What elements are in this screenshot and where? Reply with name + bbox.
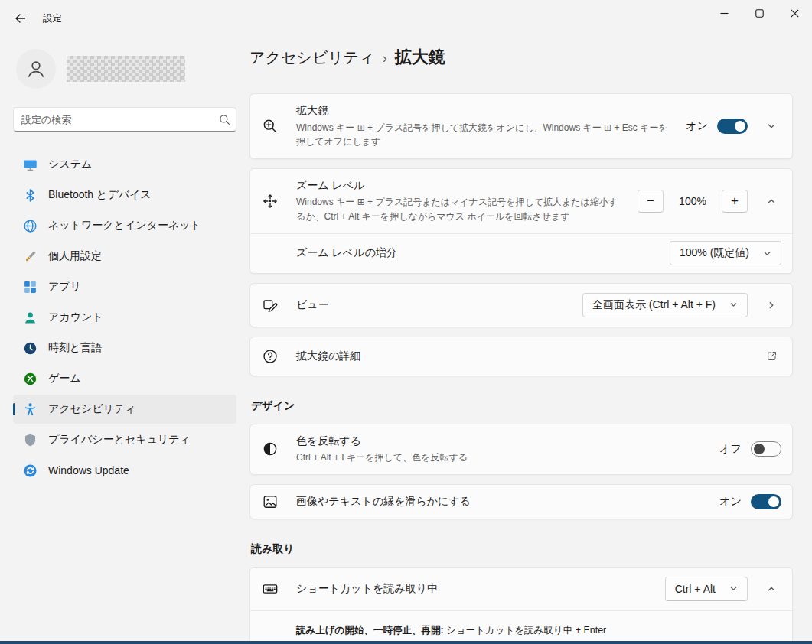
magnifier-icon	[263, 119, 296, 134]
settings-cards: 拡大鏡 Windows キー ⊞ + プラス記号を押して拡大鏡をオンにし、Win…	[249, 93, 793, 644]
sidebar-item-label: Bluetooth とデバイス	[48, 188, 152, 202]
magnifier-details-card: 拡大鏡の詳細	[249, 337, 793, 376]
zoom-increase-button[interactable]: +	[722, 190, 748, 213]
search-icon	[213, 114, 236, 125]
smooth-edges-toggle-label: オン	[719, 495, 742, 509]
minimize-button[interactable]	[706, 0, 742, 26]
invert-colors-row: 色を反転する Ctrl + Alt + I キーを押して、色を反転する オフ	[250, 424, 792, 474]
help-circle-icon	[263, 349, 296, 364]
magnifier-row[interactable]: 拡大鏡 Windows キー ⊞ + プラス記号を押して拡大鏡をオンにし、Win…	[250, 94, 792, 158]
sidebar-item-network[interactable]: ネットワークとインターネット	[13, 211, 236, 240]
zoom-level-row[interactable]: ズーム レベル Windows キー ⊞ + プラス記号またはマイナス記号を押し…	[250, 169, 792, 233]
network-icon	[22, 218, 38, 233]
invert-colors-description: Ctrl + Alt + I キーを押して、色を反転する	[296, 450, 707, 465]
magnifier-toggle-label: オン	[686, 119, 708, 133]
reading-detail-row: 読み上げの開始、一時停止、再開: ショートカットを読み取り中 + Enter	[250, 610, 792, 644]
smooth-edges-toggle[interactable]	[751, 494, 781, 509]
user-profile[interactable]	[16, 44, 236, 93]
zoom-increment-row: ズーム レベルの増分 100% (既定値)	[250, 233, 792, 273]
sidebar-item-accounts[interactable]: アカウント	[13, 303, 236, 332]
sidebar-item-label: プライバシーとセキュリティ	[48, 433, 191, 447]
back-button[interactable]	[6, 5, 34, 31]
breadcrumb-parent[interactable]: アクセシビリティ	[249, 47, 375, 68]
zoom-level-icon	[263, 194, 296, 209]
sidebar-item-windows-update[interactable]: Windows Update	[13, 456, 236, 485]
gaming-icon	[22, 371, 38, 386]
magnifier-description: Windows キー ⊞ + プラス記号を押して拡大鏡をオンにし、Windows…	[296, 121, 673, 149]
magnifier-expand-button[interactable]	[761, 116, 781, 136]
avatar	[16, 49, 56, 89]
toggle-knob	[754, 444, 765, 454]
bluetooth-icon	[22, 187, 38, 203]
sidebar-item-label: ゲーム	[48, 372, 81, 385]
sidebar-item-label: ネットワークとインターネット	[48, 219, 201, 233]
invert-colors-toggle-label: オフ	[719, 442, 742, 456]
sidebar-item-bluetooth[interactable]: Bluetooth とデバイス	[13, 181, 236, 210]
search-input[interactable]	[14, 114, 213, 125]
breadcrumb-separator: ›	[383, 50, 387, 67]
view-dropdown[interactable]: 全画面表示 (Ctrl + Alt + F)	[582, 293, 748, 317]
sidebar-item-system[interactable]: システム	[13, 150, 236, 179]
chevron-down-icon	[763, 249, 771, 258]
view-row[interactable]: ビュー 全画面表示 (Ctrl + Alt + F)	[250, 284, 792, 327]
chevron-up-icon	[767, 584, 776, 594]
windows-update-icon	[22, 463, 38, 478]
magnifier-details-title: 拡大鏡の詳細	[296, 349, 745, 364]
time-language-icon	[22, 340, 38, 356]
reading-shortcut-title: ショートカットを読み取り中	[296, 581, 653, 597]
taskbar-sliver	[0, 641, 812, 644]
chevron-down-icon	[767, 122, 776, 131]
minimize-icon	[720, 9, 729, 18]
maximize-icon	[755, 9, 764, 18]
sidebar-item-privacy[interactable]: プライバシーとセキュリティ	[13, 425, 236, 454]
invert-colors-toggle[interactable]	[751, 441, 781, 457]
system-icon	[22, 157, 38, 172]
sidebar: システム Bluetooth とデバイス ネットワークとインターネット	[0, 37, 249, 644]
sidebar-item-gaming[interactable]: ゲーム	[13, 364, 236, 393]
sidebar-item-label: アプリ	[48, 280, 81, 294]
sidebar-item-apps[interactable]: アプリ	[13, 272, 236, 301]
view-icon	[263, 298, 296, 313]
personalization-icon	[22, 249, 38, 264]
chevron-down-icon	[729, 584, 738, 593]
settings-window: 設定	[0, 0, 812, 644]
dropdown-value: 100% (既定値)	[680, 246, 749, 260]
chevron-down-icon	[729, 301, 738, 309]
magnifier-toggle[interactable]	[717, 119, 748, 134]
magnifier-details-row[interactable]: 拡大鏡の詳細	[250, 337, 792, 376]
zoom-increment-dropdown[interactable]: 100% (既定値)	[670, 241, 781, 265]
search-box[interactable]	[13, 107, 236, 132]
reading-shortcut-dropdown[interactable]: Ctrl + Alt	[665, 577, 748, 601]
zoom-collapse-button[interactable]	[761, 191, 781, 211]
invert-colors-card: 色を反転する Ctrl + Alt + I キーを押して、色を反転する オフ	[249, 424, 793, 475]
zoom-decrease-button[interactable]: −	[638, 190, 664, 213]
toggle-knob	[735, 121, 745, 132]
magnifier-card: 拡大鏡 Windows キー ⊞ + プラス記号を押して拡大鏡をオンにし、Win…	[249, 93, 793, 159]
close-icon	[791, 9, 799, 18]
app-title: 設定	[43, 12, 62, 25]
sidebar-item-time-language[interactable]: 時刻と言語	[13, 333, 236, 363]
reading-shortcut-row[interactable]: ショートカットを読み取り中 Ctrl + Alt	[250, 568, 792, 610]
dropdown-value: 全画面表示 (Ctrl + Alt + F)	[592, 298, 716, 312]
reading-detail-value: ショートカットを読み取り中 + Enter	[444, 625, 607, 636]
accounts-icon	[22, 310, 38, 325]
zoom-level-card: ズーム レベル Windows キー ⊞ + プラス記号またはマイナス記号を押し…	[249, 168, 793, 274]
reading-section-heading: 読み取り	[251, 542, 793, 556]
image-icon	[263, 494, 296, 509]
sidebar-item-label: システム	[48, 158, 92, 171]
view-title: ビュー	[296, 298, 570, 313]
zoom-value: 100%	[673, 195, 713, 207]
close-button[interactable]	[777, 0, 812, 26]
reading-collapse-button[interactable]	[761, 579, 781, 599]
open-details-button[interactable]	[761, 346, 781, 366]
zoom-increment-label: ズーム レベルの増分	[296, 246, 670, 260]
magnifier-title: 拡大鏡	[296, 103, 673, 119]
maximize-button[interactable]	[742, 0, 777, 26]
sidebar-nav: システム Bluetooth とデバイス ネットワークとインターネット	[13, 150, 236, 485]
sidebar-item-accessibility[interactable]: アクセシビリティ	[13, 395, 236, 424]
zoom-level-title: ズーム レベル	[296, 178, 625, 194]
sidebar-item-personalization[interactable]: 個人用設定	[13, 242, 236, 271]
view-navigate-button[interactable]	[761, 295, 781, 315]
accessibility-icon	[22, 402, 38, 417]
sidebar-item-label: 個人用設定	[48, 249, 102, 263]
